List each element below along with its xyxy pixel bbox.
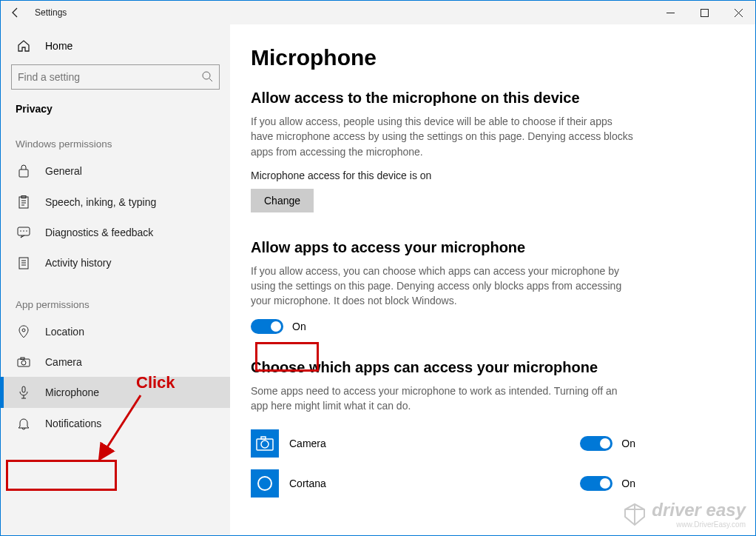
sidebar-item-notifications[interactable]: Notifications: [1, 408, 230, 439]
svg-rect-29: [261, 437, 266, 439]
home-label: Home: [45, 40, 72, 52]
page-title: Microphone: [251, 45, 738, 70]
section-desc-apps-access: If you allow access, you can choose whic…: [251, 264, 635, 309]
nav-label: General: [45, 165, 82, 177]
svg-rect-23: [21, 358, 24, 360]
app-toggle-cortana[interactable]: [580, 476, 612, 491]
minimize-button[interactable]: [653, 1, 687, 24]
close-button[interactable]: [721, 1, 755, 24]
app-toggle-label: On: [621, 438, 635, 449]
microphone-icon: [18, 386, 29, 399]
sidebar-item-speech[interactable]: Speech, inking, & typing: [1, 187, 230, 218]
lock-icon: [18, 164, 30, 178]
home-nav[interactable]: Home: [1, 32, 230, 60]
nav-label: Microphone: [45, 386, 99, 398]
svg-line-5: [209, 78, 212, 81]
section-heading-device-access: Allow access to the microphone on this d…: [251, 90, 738, 107]
svg-point-20: [22, 329, 25, 332]
search-input[interactable]: [11, 64, 220, 90]
sidebar-item-location[interactable]: Location: [1, 316, 230, 347]
search-icon: [201, 70, 213, 82]
app-toggle-label: On: [621, 478, 635, 489]
location-icon: [18, 325, 29, 338]
maximize-button[interactable]: [687, 1, 721, 24]
svg-point-15: [26, 230, 27, 232]
section-desc-choose-apps: Some apps need to access your microphone…: [251, 383, 635, 414]
app-icon-camera: [251, 429, 279, 458]
app-toggle-camera[interactable]: [580, 436, 612, 451]
nav-label: Location: [45, 326, 84, 338]
group-app-permissions: App permissions: [1, 278, 230, 316]
nav-label: Activity history: [45, 257, 111, 269]
category-label: Privacy: [1, 96, 230, 118]
svg-rect-24: [22, 386, 25, 392]
home-icon: [17, 39, 30, 53]
svg-point-13: [20, 230, 21, 232]
nav-label: Diagnostics & feedback: [45, 227, 153, 238]
app-name: Cortana: [289, 478, 580, 489]
svg-rect-1: [701, 9, 708, 16]
arrow-left-icon: [10, 7, 21, 19]
app-icon-cortana: [251, 469, 279, 498]
nav-label: Notifications: [45, 418, 101, 429]
svg-point-14: [23, 230, 24, 232]
nav-label: Speech, inking, & typing: [45, 196, 156, 208]
svg-point-4: [203, 72, 210, 79]
clipboard-icon: [18, 195, 30, 209]
device-access-status: Microphone access for this device is on: [251, 170, 738, 181]
camera-app-icon: [256, 436, 274, 451]
app-row-camera: Camera On: [251, 423, 635, 463]
apps-access-toggle-label: On: [292, 321, 306, 332]
nav-label: Camera: [45, 356, 82, 368]
section-heading-apps-access: Allow apps to access your microphone: [251, 239, 738, 256]
svg-rect-6: [19, 170, 28, 177]
svg-point-30: [258, 477, 271, 490]
titlebar: Settings: [1, 1, 755, 24]
window-title: Settings: [35, 7, 67, 18]
search-field[interactable]: [18, 71, 195, 83]
section-desc-device-access: If you allow access, people using this d…: [251, 114, 635, 159]
svg-point-28: [261, 440, 269, 448]
minimize-icon: [666, 9, 675, 17]
main-content: Microphone Allow access to the microphon…: [230, 24, 755, 535]
sidebar-item-microphone[interactable]: Microphone: [1, 377, 230, 408]
bell-icon: [18, 417, 30, 430]
back-button[interactable]: [1, 1, 30, 24]
change-button[interactable]: Change: [251, 189, 314, 212]
sidebar-item-camera[interactable]: Camera: [1, 347, 230, 377]
apps-access-toggle[interactable]: [251, 319, 283, 334]
app-name: Camera: [289, 438, 580, 449]
sidebar-item-general[interactable]: General: [1, 155, 230, 187]
history-icon: [18, 256, 30, 269]
sidebar-item-diagnostics[interactable]: Diagnostics & feedback: [1, 218, 230, 247]
svg-point-22: [21, 361, 26, 365]
cortana-app-icon: [256, 475, 274, 492]
camera-icon: [17, 357, 30, 367]
sidebar-item-activity[interactable]: Activity history: [1, 247, 230, 278]
app-row-cortana: Cortana On: [251, 463, 635, 503]
close-icon: [735, 9, 743, 17]
maximize-icon: [701, 9, 709, 17]
section-heading-choose-apps: Choose which apps can access your microp…: [251, 359, 738, 376]
group-windows-permissions: Windows permissions: [1, 118, 230, 155]
feedback-icon: [17, 227, 30, 238]
sidebar: Home Privacy Windows permissions General…: [1, 24, 230, 535]
